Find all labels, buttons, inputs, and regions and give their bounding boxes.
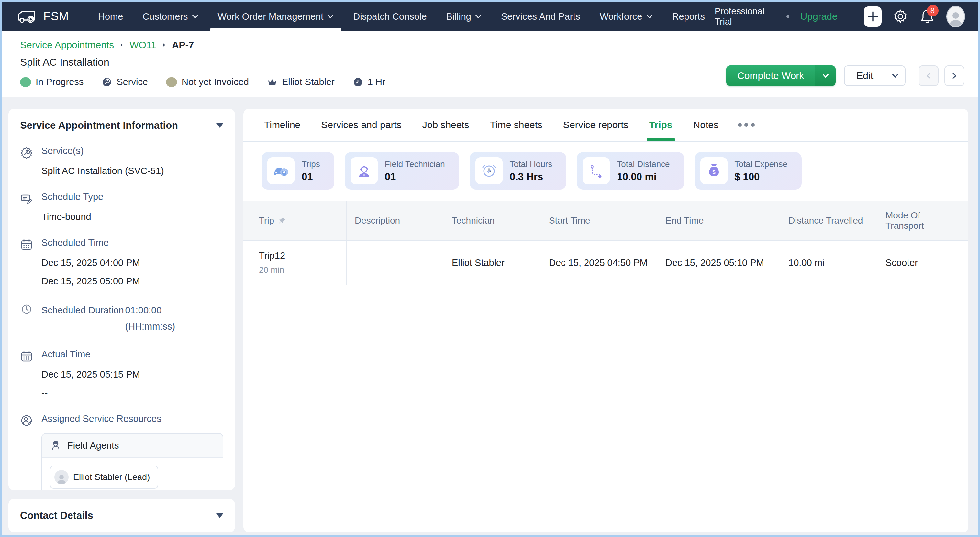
calendar-icon (20, 238, 33, 251)
assigned-resources-label: Assigned Service Resources (41, 413, 223, 424)
chevron-left-icon (925, 73, 932, 79)
actual-time-label: Actual Time (41, 349, 223, 360)
complete-work-dropdown[interactable] (815, 65, 836, 86)
brand-name: FSM (43, 10, 69, 23)
actual-time-start: Dec 15, 2025 05:15 PM (41, 368, 223, 381)
header-actions: Complete Work Edit (726, 65, 964, 86)
field-agents-title: Field Agents (67, 440, 119, 451)
more-tabs-button[interactable] (729, 109, 764, 141)
tab-notes[interactable]: Notes (683, 109, 729, 141)
column-header-trip[interactable]: Trip (243, 201, 347, 241)
previous-record-button[interactable] (918, 65, 939, 86)
table-row[interactable]: Trip12 20 min Elliot Stabler Dec 15, 202… (243, 241, 968, 285)
tab-trips[interactable]: Trips (639, 109, 683, 141)
small-clock-icon (20, 303, 33, 316)
summary-value: 01 (385, 171, 445, 183)
summary-label: Total Hours (510, 159, 552, 169)
nav-item-workforce[interactable]: Workforce (590, 2, 662, 31)
nav-item-billing[interactable]: Billing (437, 2, 491, 31)
contact-card-title: Contact Details (20, 510, 93, 521)
duration-label: Scheduled Duration (41, 302, 125, 335)
notifications-button[interactable]: 8 (920, 8, 935, 25)
quick-add-button[interactable] (864, 6, 881, 27)
nav-item-services-and-parts[interactable]: Services And Parts (491, 2, 590, 31)
column-header-distance[interactable]: Distance Travelled (781, 201, 878, 241)
summary-card-total-expense: $ Total Expense $ 100 (695, 152, 802, 189)
duration-badge: 1 Hr (353, 77, 385, 87)
nav-item-work-order-management[interactable]: Work Order Management (208, 2, 344, 31)
nav-item-dispatch-console[interactable]: Dispatch Console (344, 2, 436, 31)
tab-timeline[interactable]: Timeline (254, 109, 311, 141)
nav-item-home[interactable]: Home (88, 2, 133, 31)
cell-distance: 10.00 mi (781, 241, 878, 285)
chevron-down-icon (192, 13, 198, 20)
nav-item-reports[interactable]: Reports (662, 2, 715, 31)
summary-label: Field Technician (385, 159, 445, 169)
next-record-button[interactable] (944, 65, 964, 86)
money-bag-icon: $ (700, 157, 727, 184)
clock-icon (353, 77, 363, 87)
green-status-dot (20, 77, 31, 87)
chevron-right-icon (951, 73, 958, 79)
fsm-truck-icon (18, 10, 38, 24)
column-header-start-time[interactable]: Start Time (541, 201, 658, 241)
edit-button[interactable]: Edit (844, 65, 905, 86)
trip-summary-cards: Trips 01 Fiel (243, 142, 968, 189)
service-cog-icon (20, 146, 33, 159)
person-icon (948, 10, 964, 26)
field-schedule-type: Schedule Type Time-bound (20, 192, 223, 223)
column-header-technician[interactable]: Technician (444, 201, 541, 241)
collapse-triangle-icon[interactable] (216, 513, 223, 518)
nav-item-customers[interactable]: Customers (133, 2, 208, 31)
app-logo[interactable]: FSM (18, 10, 69, 24)
services-label: Service(s) (41, 146, 223, 156)
user-avatar[interactable] (947, 6, 965, 27)
tab-service-reports[interactable]: Service reports (553, 109, 639, 141)
complete-work-button[interactable]: Complete Work (726, 65, 836, 86)
cell-technician: Elliot Stabler (444, 241, 541, 285)
agent-chip[interactable]: Elliot Stabler (Lead) (50, 466, 158, 489)
field-services: Service(s) Split AC Installation (SVC-51… (20, 146, 223, 177)
breadcrumb-wo11[interactable]: WO11 (129, 40, 156, 51)
chevron-down-icon (892, 73, 899, 79)
column-header-mode[interactable]: Mode Of Transport (878, 201, 968, 241)
chevron-right-icon (162, 42, 167, 48)
column-header-end-time[interactable]: End Time (658, 201, 781, 241)
agent-avatar (54, 470, 68, 484)
summary-value: 01 (302, 171, 320, 183)
field-assigned-resources: Assigned Service Resources Field Agents (20, 413, 223, 491)
work-type-badge: Service (102, 77, 148, 87)
chevron-down-icon (822, 73, 829, 79)
trip-car-icon (267, 157, 294, 184)
person-icon (56, 473, 67, 484)
edit-dropdown[interactable] (885, 66, 905, 86)
summary-card-trips: Trips 01 (261, 152, 334, 189)
cell-description (347, 241, 444, 285)
collapse-triangle-icon[interactable] (216, 123, 223, 128)
tab-services-and-parts[interactable]: Services and parts (311, 109, 412, 141)
technician-icon (350, 157, 378, 184)
crown-icon (267, 77, 277, 87)
nav-divider (851, 8, 851, 25)
upgrade-link[interactable]: Upgrade (800, 11, 838, 22)
summary-label: Total Expense (735, 159, 788, 169)
nav-menu: Home Customers Work Order Management Dis… (88, 2, 714, 31)
tab-job-sheets[interactable]: Job sheets (412, 109, 480, 141)
page-header: Service Appointments WO11 AP-7 Split AC … (2, 31, 978, 97)
services-value: Split AC Installation (SVC-51) (41, 165, 223, 177)
nav-right-group: Professional Trial Upgrade 8 (714, 6, 965, 27)
summary-value: $ 100 (735, 171, 788, 183)
scheduled-time-end: Dec 15, 2025 05:00 PM (41, 275, 223, 288)
tab-time-sheets[interactable]: Time sheets (480, 109, 553, 141)
summary-label: Total Distance (617, 159, 670, 169)
chevron-right-icon (119, 42, 124, 48)
column-header-description[interactable]: Description (347, 201, 444, 241)
olive-status-dot (166, 77, 177, 87)
contact-details-card: Contact Details (8, 499, 235, 532)
settings-button[interactable] (892, 8, 908, 25)
record-pagination (918, 65, 964, 86)
calendar-icon (20, 350, 33, 363)
cell-trip[interactable]: Trip12 20 min (243, 241, 347, 285)
breadcrumb-service-appointments[interactable]: Service Appointments (20, 40, 114, 51)
worker-icon (50, 440, 62, 451)
